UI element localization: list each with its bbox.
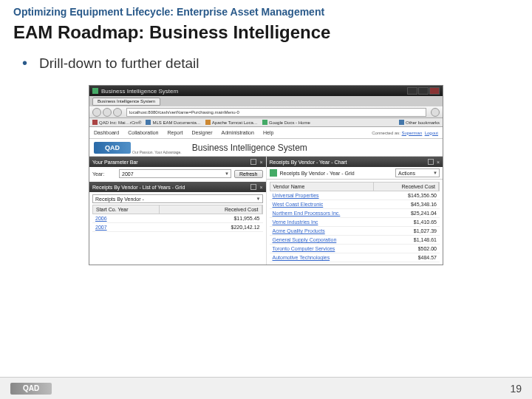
vendor-link[interactable]: West Coast Electronic	[270, 200, 373, 208]
col-vendor-name[interactable]: Vendor Name	[270, 183, 374, 191]
chart-header: Receipts By Vendor - Year - Chart ×	[267, 157, 443, 167]
bookmark-label: QAD Inc: Mai…rCm®	[99, 120, 141, 125]
user-link[interactable]: Superman	[402, 131, 423, 135]
table-row[interactable]: Toronto Computer Services$502.00	[270, 245, 440, 253]
col-received-cost[interactable]: Received Cost	[374, 183, 440, 191]
grid-select-value: Receipts By Vendor -	[95, 197, 144, 202]
vendor-link[interactable]: General Supply Corporation	[270, 236, 373, 244]
forward-button[interactable]	[103, 108, 112, 117]
menu-designer[interactable]: Designer	[192, 130, 213, 135]
refresh-button[interactable]: Refresh	[234, 170, 263, 178]
panel-collapse-icon[interactable]	[428, 159, 434, 165]
parameter-bar-header: Your Parameter Bar ×	[89, 157, 266, 167]
window-close-button[interactable]	[429, 87, 440, 95]
panel-collapse-icon[interactable]	[250, 184, 256, 190]
vendor-table-header: Vendor Name Received Cost	[270, 182, 440, 191]
table-row[interactable]: Automotive Technologies$484.57	[270, 253, 440, 262]
table-row[interactable]: Verne Industries Inc$1,410.65	[270, 218, 440, 227]
menu-collaboration[interactable]: Collaboration	[128, 130, 158, 135]
menu-button[interactable]	[431, 108, 440, 117]
app-icon	[92, 88, 98, 94]
menu-help[interactable]: Help	[263, 130, 273, 135]
cost-cell: $1,027.39	[373, 227, 440, 235]
bookmark-label: Other bookmarks	[406, 120, 440, 125]
vendor-link[interactable]: Acme Quality Products	[270, 227, 373, 235]
bullet-item: • Drill-down to further detail	[0, 50, 532, 76]
grid-select[interactable]: Receipts By Vendor -	[92, 194, 263, 203]
cost-cell: $11,955.45	[159, 214, 263, 222]
system-title: Business Intelligence System	[192, 143, 307, 153]
vendor-link[interactable]: Automotive Technologies	[270, 253, 373, 262]
tagline: Our Passion. Your Advantage.	[132, 150, 182, 154]
browser-tabbar: Business Intelligence System	[89, 96, 443, 106]
panel-collapse-icon[interactable]	[250, 159, 256, 165]
bookmark-item[interactable]: Apache Tomcat Loca…	[205, 120, 258, 125]
table-row[interactable]: 2007 $220,142.12	[92, 223, 263, 232]
bookmarks-bar: QAD Inc: Mai…rCm® MLS EAM Documenta… Apa…	[89, 118, 443, 127]
panel-close-icon[interactable]: ×	[259, 160, 262, 165]
actions-select[interactable]: Actions	[395, 168, 440, 177]
cost-cell: $25,241.04	[373, 209, 440, 217]
table-row[interactable]: General Supply Corporation$1,148.61	[270, 236, 440, 245]
grid-icon	[270, 169, 277, 177]
table-row[interactable]: 2006 $11,955.45	[92, 214, 263, 223]
bookmark-item[interactable]: MLS EAM Documenta…	[146, 120, 200, 125]
bullet-text: Drill-down to further detail	[39, 55, 199, 72]
table-row[interactable]: Universal Properties$145,356.50	[270, 191, 440, 200]
browser-navbar: localhost:8080/cash/veriName=Purchasing.…	[89, 106, 443, 118]
menu-report[interactable]: Report	[168, 130, 183, 135]
bookmark-item[interactable]: QAD Inc: Mai…rCm®	[92, 120, 141, 125]
year-select[interactable]: 2007	[119, 169, 231, 178]
table-row[interactable]: Northern End Processors Inc.$25,241.04	[270, 209, 440, 218]
year-link[interactable]: 2007	[92, 223, 159, 231]
cost-cell: $502.00	[373, 245, 440, 253]
panel-title: Receipts By Vendor - List of Years - Gri…	[92, 185, 185, 190]
panel-close-icon[interactable]: ×	[259, 185, 262, 190]
cost-cell: $45,348.16	[373, 200, 440, 208]
slide-header: Optimizing Equipment Lifecycle: Enterpri…	[0, 0, 532, 21]
footer-logo: QAD	[10, 383, 52, 395]
cost-cell: $220,142.12	[159, 223, 263, 231]
cost-cell: $145,356.50	[373, 191, 440, 200]
menu-administration[interactable]: Administration	[222, 130, 254, 135]
page-number: 19	[510, 383, 522, 395]
left-table-header: Start Co. Year Received Cost	[92, 205, 263, 214]
brand-row: QAD Our Passion. Your Advantage. Busines…	[89, 139, 443, 157]
vendor-link[interactable]: Universal Properties	[270, 191, 373, 200]
qad-logo: QAD	[94, 142, 131, 154]
vendor-link[interactable]: Northern End Processors Inc.	[270, 209, 373, 217]
window-maximize-button[interactable]	[418, 87, 429, 95]
cost-cell: $484.57	[373, 253, 440, 262]
cost-cell: $1,410.65	[373, 218, 440, 226]
grid-toolbar: Receipts By Vendor - Year - Grid Actions	[267, 167, 443, 180]
bookmark-label: Google Docs - Home	[269, 120, 310, 125]
left-grid-header: Receipts By Vendor - List of Years - Gri…	[89, 182, 266, 192]
vendor-link[interactable]: Toronto Computer Services	[270, 245, 373, 253]
window-title: Business Intelligence System	[101, 88, 178, 95]
panel-close-icon[interactable]: ×	[437, 160, 440, 165]
year-label: Year:	[92, 171, 116, 177]
actions-value: Actions	[398, 171, 415, 176]
year-value: 2007	[122, 171, 134, 177]
bookmark-item[interactable]: Google Docs - Home	[262, 120, 310, 125]
col-received-cost[interactable]: Received Cost	[160, 205, 262, 214]
address-bar[interactable]: localhost:8080/cash/veriName=Purchasing.…	[126, 108, 426, 117]
browser-tab[interactable]: Business Intelligence System	[92, 98, 160, 106]
year-link[interactable]: 2006	[92, 214, 159, 222]
logout-link[interactable]: Logout	[425, 131, 438, 135]
table-row[interactable]: Acme Quality Products$1,027.39	[270, 227, 440, 236]
window-minimize-button[interactable]	[407, 87, 417, 95]
connection-status: Connected as: Superman Logout	[372, 131, 438, 135]
slide-footer: QAD 19	[0, 377, 532, 399]
menu-dashboard[interactable]: Dashboard	[94, 130, 119, 135]
embedded-screenshot: Business Intelligence System Business In…	[89, 85, 443, 265]
table-row[interactable]: West Coast Electronic$45,348.16	[270, 200, 440, 209]
other-bookmarks[interactable]: Other bookmarks	[399, 120, 440, 125]
back-button[interactable]	[92, 108, 101, 117]
vendor-link[interactable]: Verne Industries Inc	[270, 218, 373, 226]
reload-button[interactable]	[113, 108, 122, 117]
bookmark-label: MLS EAM Documenta…	[152, 120, 200, 125]
grid-label: Receipts By Vendor - Year - Grid	[280, 171, 355, 176]
bookmark-label: Apache Tomcat Loca…	[212, 120, 258, 125]
col-year[interactable]: Start Co. Year	[93, 205, 160, 214]
